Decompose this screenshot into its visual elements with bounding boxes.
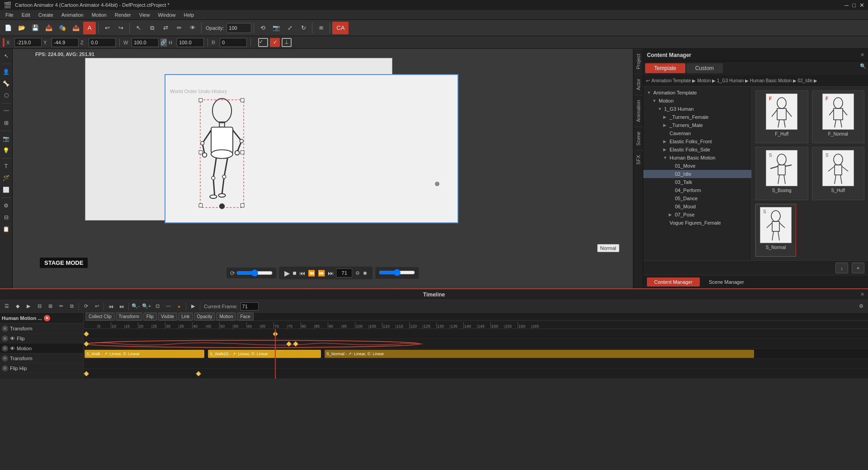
close-btn[interactable]: ✕ [859,2,864,9]
tool-deform[interactable]: ⊞ [1,118,12,128]
cm-close-icon[interactable]: ✕ [860,52,864,58]
wave-btn[interactable]: ≋ [315,22,327,34]
new-btn[interactable]: 📄 [2,22,14,34]
tree-02idle[interactable]: ▶ 02_Idle [643,170,751,178]
track-close-transform2[interactable]: ✕ [2,355,8,362]
stop-btn[interactable]: ■ [292,269,296,277]
bm-tab-scene[interactable]: Scene Manager [702,277,751,287]
motion-clip-snormal[interactable]: S_Normal - ↗: Linear, ©: Linear [325,350,754,358]
tab-project[interactable]: Project [634,49,643,74]
cm-tab-custom[interactable]: Custom [686,63,723,73]
visible-btn[interactable]: Visible [158,313,177,320]
tool-wave[interactable]: 〰 [1,106,12,117]
preview-f-normal[interactable]: F F_Normal [812,90,865,143]
flip-btn[interactable]: ⇄ [159,22,172,34]
tree-turners-male[interactable]: ▶ _Turners_Male [643,121,751,129]
timeline-playhead[interactable] [275,329,276,379]
z-input[interactable] [89,38,116,47]
r-input[interactable] [220,38,247,47]
menu-edit[interactable]: Edit [18,11,34,19]
tool-history[interactable]: 📋 [1,224,12,235]
tab-sfx[interactable]: SFX [634,150,643,169]
menu-animation[interactable]: Animation [58,11,87,19]
scrub-left[interactable] [236,269,273,277]
tl-layers-btn[interactable]: ☰ [2,301,12,311]
tool-layers[interactable]: ⊟ [1,212,12,223]
track-eye-motion[interactable]: 👁 [10,346,15,351]
motion-btn2[interactable]: Motion [216,313,236,320]
tl-group-btn[interactable]: ⊞ [45,301,55,311]
eye-btn[interactable]: 👁 [186,22,199,34]
tl-edit-btn[interactable]: ✏ [56,301,66,311]
cm-tab-template[interactable]: Template [645,63,685,73]
ca-btn[interactable]: CA [332,22,349,34]
current-frame-input[interactable] [241,302,259,310]
tl-wave-btn[interactable]: 〰 [163,301,173,311]
reset-btn[interactable]: ⟲ [256,22,269,34]
prev-frame-btn[interactable]: ⏮ [299,270,305,277]
rotate-btn[interactable]: ↻ [297,22,310,34]
tool-light[interactable]: 💡 [1,145,12,156]
move-btn[interactable]: ⤢ [283,22,296,34]
tab-animation[interactable]: Animation [634,95,643,127]
back-icon[interactable]: ↩ [646,78,650,83]
open-btn[interactable]: 📂 [15,22,28,34]
frame-input[interactable] [336,268,353,277]
tree-05dance[interactable]: ▶ 05_Dance [643,194,751,202]
tree-vogue[interactable]: ▶ Vogue Figures_Female [643,219,751,227]
tree-1g3human[interactable]: ▼ 1_G3 Human [643,105,751,113]
tree-elastic-front[interactable]: ▶ Elastic Folks_Front [643,137,751,146]
opacity-btn[interactable]: Opacity [194,313,216,320]
undo-btn[interactable]: ↩ [101,22,113,34]
play-btn[interactable]: ▶ [284,269,290,277]
camera-btn[interactable]: 📷 [270,22,283,34]
preview-s-huff[interactable]: S S_Huff [812,147,865,200]
menu-motion[interactable]: Motion [88,11,110,19]
h-input[interactable] [177,38,204,47]
preview-f-huff[interactable]: F F_Huff [755,90,808,143]
tl-motion-btn[interactable]: ▶ [24,301,33,311]
tool-bone[interactable]: 🦴 [1,78,12,89]
tl-play-btn[interactable]: ▶ [188,301,198,311]
transform-btn[interactable]: Transform [116,313,142,320]
tree-turners-female[interactable]: ▶ _Turners_Female [643,113,751,121]
tool-text[interactable]: T [1,161,12,172]
tree-06mood[interactable]: ▶ 06_Mood [643,202,751,211]
track-close-flip[interactable]: ✕ [2,335,8,342]
tool-sprite[interactable]: ⬡ [1,90,12,101]
tl-loop-btn[interactable]: ⟳ [81,301,91,311]
step-fwd-btn[interactable]: ⏩ [318,270,325,277]
preview-s-boxing[interactable]: S S_Boxing [755,147,808,200]
motion-clip-swalk2[interactable]: S_Walk(0) - ↗: Linear, ©: Linear [208,350,321,358]
track-close-transform1[interactable]: ✕ [2,325,8,332]
tl-keyframe-btn[interactable]: ◆ [13,301,23,311]
tl-snap-btn[interactable]: ⊟ [34,301,44,311]
tl-settings-btn[interactable]: ⚙ [856,301,866,311]
track-close-flip-hip[interactable]: ✕ [2,365,8,371]
check-btn[interactable]: ✓ [258,38,268,47]
tree-07pose[interactable]: ▶ 07_Pose [643,211,751,219]
tree-motion[interactable]: ▼ Motion [643,97,751,105]
track-close-motion[interactable]: ✕ [2,345,8,352]
tree-01move[interactable]: ▶ 01_Move [643,162,751,170]
tree-elastic-side[interactable]: ▶ Elastic Folks_Side [643,146,751,154]
w-input[interactable] [132,38,159,47]
tool-prop[interactable]: 🪄 [1,173,12,183]
tree-04perform[interactable]: ▶ 04_Perform [643,186,751,194]
menu-view[interactable]: View [136,11,154,19]
select-btn[interactable]: ↖ [132,22,145,34]
import-btn[interactable]: 📥 [42,22,55,34]
tl-next-btn[interactable]: ⏭ [117,301,127,311]
link-icon[interactable]: 🔗 [160,38,167,47]
tl-fit-btn[interactable]: ⊡ [152,301,162,311]
face-btn[interactable]: Face [237,313,253,320]
tree-caveman[interactable]: ▶ Caveman [643,129,751,137]
tl-zoom-in-btn[interactable]: 🔍+ [142,301,151,311]
tree-human-basic[interactable]: ▼ Human Basic Motion [643,154,751,162]
motion-clip-swalk1[interactable]: S_Walk - ↗: Linear, ©: Linear [85,350,204,358]
link-btn[interactable]: Link [178,313,193,320]
collect-clip-btn[interactable]: Collect Clip [85,313,115,320]
x-btn[interactable]: ✓ [270,38,280,47]
scrub-right[interactable] [379,269,415,276]
next-frame-btn[interactable]: ⏭ [328,270,334,277]
